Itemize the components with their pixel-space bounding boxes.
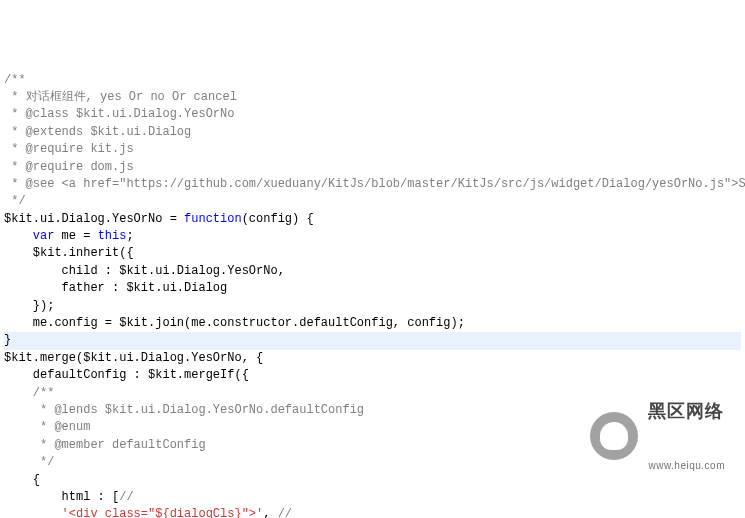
logo-icon <box>590 412 638 460</box>
code-comment: * 对话框组件, yes Or no Or cancel <box>4 90 237 104</box>
code-line: html : [ <box>4 490 119 504</box>
code-line: $kit.ui.Dialog.YesOrNo = <box>4 212 184 226</box>
code-comment: * @see <a href="https://github.com/xuedu… <box>4 177 745 191</box>
code-line <box>4 229 33 243</box>
code-line: father : $kit.ui.Dialog <box>4 281 227 295</box>
code-comment: /** <box>4 386 54 400</box>
code-comment: * @class $kit.ui.Dialog.YesOrNo <box>4 107 234 121</box>
code-line: me.config = $kit.join(me.constructor.def… <box>4 316 465 330</box>
code-line: defaultConfig : $kit.mergeIf({ <box>4 368 249 382</box>
code-line: $kit.inherit({ <box>4 246 134 260</box>
code-comment: /** <box>4 73 26 87</box>
code-comment: * @require kit.js <box>4 142 134 156</box>
watermark-title: 黑区网络 <box>648 398 725 424</box>
code-string: '<div class="${dialogCls}">' <box>62 507 264 518</box>
code-comment: * @extends $kit.ui.Dialog <box>4 125 191 139</box>
watermark-text: 黑区网络 www.heiqu.com <box>648 363 725 508</box>
watermark-url: www.heiqu.com <box>648 459 725 474</box>
watermark: 黑区网络 www.heiqu.com <box>590 363 725 508</box>
code-line: }); <box>4 299 54 313</box>
code-comment: * @require dom.js <box>4 160 134 174</box>
code-comment: */ <box>4 194 26 208</box>
mushroom-icon <box>600 422 628 450</box>
code-comment: */ <box>4 455 54 469</box>
code-line-highlighted: } <box>4 332 741 349</box>
code-comment: * @member defaultConfig <box>4 438 206 452</box>
code-line: child : $kit.ui.Dialog.YesOrNo, <box>4 264 285 278</box>
code-comment: * @enum <box>4 420 90 434</box>
code-line: $kit.merge($kit.ui.Dialog.YesOrNo, { <box>4 351 263 365</box>
code-line: { <box>4 473 40 487</box>
code-comment: * @lends $kit.ui.Dialog.YesOrNo.defaultC… <box>4 403 364 417</box>
